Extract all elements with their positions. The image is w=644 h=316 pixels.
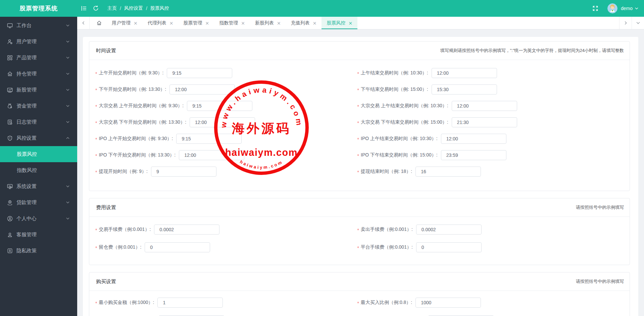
app-header: 股票管理系统 主页 / 风控设置 / 股票风控 demo [0,0,644,17]
field-label: IPO 上午开始交易时间（例: 9:30）: [99,136,173,142]
field-label: 提现开始时间（例: 9）: [99,169,147,175]
sidebar-subitem-index-risk[interactable]: 指数风控 [0,162,77,178]
grid-gear-icon [7,55,13,61]
chevron-down-icon [66,120,70,124]
card-note: 填写规则请按照括号中的示例填写，":"统一为英文中的字符，提现时间为24小时制，… [440,48,624,54]
breadcrumb: 主页 / 风控设置 / 股票风控 [107,5,169,11]
sidebar-item-workbench[interactable]: 工作台 [0,17,77,34]
field-label: IPO 下午结束交易时间（例: 15:00）: [361,152,438,158]
form-row: *大宗交易 下午开始交易时间（例: 13:30）: *大宗交易 下午结束交易时间… [89,117,630,127]
tabs-scroll-right[interactable] [619,17,632,29]
field-label: 提现结束时间（例: 18）: [361,169,412,175]
card-note: 请按照括号中的示例填写 [576,204,624,210]
field-label: 交易手续费（例:0.001）: [99,227,151,233]
sidebar-item-risk-settings[interactable]: 风控设置 [0,130,77,146]
max-buy-ratio-input[interactable] [415,298,481,308]
close-icon[interactable]: × [313,20,317,26]
field-label: 留仓费（例:0.001）: [99,244,141,250]
sidebar-item-ipo[interactable]: 新股管理 [0,82,77,98]
tab-home[interactable] [95,17,107,29]
afternoon-open-input[interactable] [169,84,235,94]
sidebar-subitem-stock-risk[interactable]: 股票风控 [0,146,77,162]
overnight-fee-input[interactable] [145,242,210,252]
sidebar-item-funds[interactable]: 资金管理 [0,98,77,114]
sidebar-item-privacy[interactable]: 隐私政策 [0,243,77,259]
ipo-morning-open-input[interactable] [176,134,242,144]
sidebar-item-logs[interactable]: 日志管理 [0,114,77,130]
block-morning-close-input[interactable] [452,101,517,111]
tab-stock-risk[interactable]: 股票风控× [321,17,357,29]
close-icon[interactable]: × [134,20,138,26]
breadcrumb-section[interactable]: 风控设置 [124,5,143,11]
form-row: *IPO 下午开始交易时间（例: 13:30）: *IPO 下午结束交易时间（例… [89,150,630,160]
field-label: 大宗交易 上午开始交易时间（例: 9:30）: [99,103,184,109]
refresh-icon[interactable] [93,5,99,12]
sell-fee-input[interactable] [416,225,482,235]
morning-close-input[interactable] [432,68,497,78]
withdraw-end-input[interactable] [415,167,481,177]
avatar[interactable] [607,3,617,13]
tabs-menu-icon[interactable] [632,17,644,29]
block-afternoon-close-input[interactable] [452,117,517,127]
sidebar-item-customer-service[interactable]: 客服管理 [0,227,77,243]
username[interactable]: demo [621,6,633,11]
chevron-down-icon [66,184,70,188]
close-icon[interactable]: × [241,20,245,26]
block-afternoon-open-input[interactable] [190,117,255,127]
tab-recharge-list[interactable]: 充值列表× [286,17,322,29]
tab-agent-list[interactable]: 代理列表× [143,17,179,29]
sidebar-item-positions[interactable]: 持仓管理 [0,66,77,82]
sidebar-item-users[interactable]: 用户管理 [0,34,77,50]
platform-fee-input[interactable] [416,242,482,252]
ipo-morning-close-input[interactable] [441,134,506,144]
ipo-afternoon-open-input[interactable] [179,150,244,160]
user-menu-caret-icon[interactable] [635,6,639,10]
breadcrumb-home[interactable]: 主页 [107,5,117,11]
close-icon[interactable]: × [277,20,281,26]
min-buy-amount-input[interactable] [157,298,223,308]
close-icon[interactable]: × [205,20,209,26]
trade-fee-input[interactable] [154,225,219,235]
sidebar-item-system[interactable]: 系统设置 [0,178,77,194]
form-row: *上午开始交易时间（例: 9:30）: *上午结束交易时间（例: 10:30）: [89,68,630,78]
tab-ipo-list[interactable]: 新股列表× [250,17,286,29]
monitor-icon [7,23,13,28]
tab-index-management[interactable]: 指数管理× [214,17,250,29]
home-gear-icon [7,71,13,77]
chevron-down-icon [66,23,70,27]
content-panel: 时间设置 填写规则请按照括号中的示例填写，":"统一为英文中的字符，提现时间为2… [83,37,638,316]
tabs-scroll-left[interactable] [77,17,90,29]
sidebar-item-loans[interactable]: 贷款管理 [0,194,77,210]
sidebar-item-products[interactable]: 产品管理 [0,50,77,66]
card-note: 请按照括号中的示例填写 [576,278,624,285]
morning-open-input[interactable] [167,68,232,78]
withdraw-start-input[interactable] [151,167,216,177]
fee-settings-card: 费用设置 请按照括号中的示例填写 *交易手续费（例:0.001）: *卖出手续费… [89,198,630,265]
form-row: *IPO 上午开始交易时间（例: 9:30）: *IPO 上午结束交易时间（例:… [89,134,630,144]
field-label: IPO 下午开始交易时间（例: 13:30）: [99,152,176,158]
field-label: 最小购买金额（例:1000）: [99,300,154,306]
tab-stock-management[interactable]: 股票管理× [178,17,214,29]
app-title: 股票管理系统 [0,4,77,12]
chevron-down-icon [66,40,70,44]
buy-settings-card: 购买设置 请按照括号中的示例填写 *最小购买金额（例:1000）: *最大买入比… [89,272,630,316]
afternoon-close-input[interactable] [432,84,497,94]
fullscreen-icon[interactable] [592,5,599,12]
privacy-icon [7,248,13,254]
shield-alert-icon [7,135,13,141]
collapse-sidebar-icon[interactable] [81,5,87,12]
form-row: *大宗交易 上午开始交易时间（例: 9:30）: *大宗交易 上午结束交易时间（… [89,101,630,111]
chevron-up-icon [66,136,70,140]
block-morning-open-input[interactable] [187,101,252,111]
monitor-gear-icon [7,184,13,189]
ipo-afternoon-close-input[interactable] [441,150,506,160]
field-label: IPO 上午结束交易时间（例: 10:30）: [361,136,438,142]
field-label: 大宗交易 上午结束交易时间（例: 10:30）: [361,103,448,109]
close-icon[interactable]: × [169,20,174,26]
sidebar: 工作台 用户管理 产品管理 持仓管理 新股管理 资金管理 日志管理 风控设置 股… [0,17,77,316]
field-label: 上午开始交易时间（例: 9:30）: [99,70,163,76]
tab-user-management[interactable]: 用户管理× [107,17,143,29]
sidebar-item-profile[interactable]: 个人中心 [0,210,77,227]
field-label: 大宗交易 下午开始交易时间（例: 13:30）: [99,119,186,125]
close-icon[interactable]: × [348,20,352,26]
